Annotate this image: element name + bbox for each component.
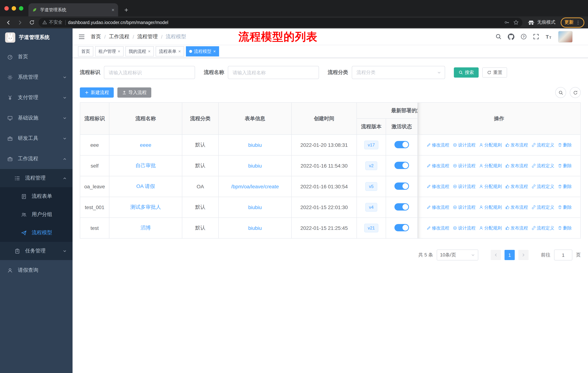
create-process-button[interactable]: 新建流程 — [80, 87, 114, 98]
toggle-search-button[interactable] — [555, 87, 566, 98]
maximize-window-button[interactable] — [19, 6, 23, 10]
import-process-button[interactable]: 导入流程 — [117, 87, 151, 98]
op-assign-rule-link[interactable]: 分配规则 — [479, 163, 502, 169]
sidebar-item-user-groups[interactable]: 用户分组 — [0, 205, 73, 224]
header-search-button[interactable] — [495, 33, 502, 40]
active-toggle[interactable] — [394, 224, 409, 231]
tag-my-processes[interactable]: 我的流程 × — [126, 46, 154, 56]
sidebar-item-leave-query[interactable]: 请假查询 — [0, 260, 73, 281]
sidebar-item-workflow[interactable]: 工作流程 — [0, 149, 73, 169]
browser-menu-icon[interactable]: ⋮ — [576, 20, 580, 25]
process-name-link[interactable]: OA 请假 — [136, 183, 155, 189]
browser-update-button[interactable]: 更新 ⋮ — [560, 17, 584, 28]
op-design-link[interactable]: 设计流程 — [452, 204, 475, 210]
op-definition-link[interactable]: 流程定义 — [531, 183, 554, 190]
tag-process-forms[interactable]: 流程表单 × — [156, 46, 184, 56]
op-edit-link[interactable]: 修改流程 — [426, 163, 449, 169]
op-edit-link[interactable]: 修改流程 — [426, 204, 449, 210]
page-size-select[interactable]: 10条/页 — [437, 250, 478, 261]
breadcrumb-workflow[interactable]: 工作流程 — [109, 33, 129, 40]
op-definition-link[interactable]: 流程定义 — [531, 163, 554, 169]
op-publish-link[interactable]: 发布流程 — [505, 204, 528, 210]
op-definition-link[interactable]: 流程定义 — [531, 225, 554, 231]
form-info-link[interactable]: biubiu — [248, 142, 262, 148]
op-design-link[interactable]: 设计流程 — [452, 183, 475, 190]
minimize-window-button[interactable] — [12, 6, 16, 10]
user-avatar[interactable] — [558, 31, 573, 42]
op-publish-link[interactable]: 发布流程 — [505, 225, 528, 231]
op-publish-link[interactable]: 发布流程 — [505, 183, 528, 190]
active-toggle[interactable] — [394, 182, 409, 190]
page-number-button[interactable]: 1 — [504, 250, 515, 260]
form-info-link[interactable]: biubiu — [248, 225, 262, 231]
sidebar-item-payment[interactable]: 支付管理 — [0, 87, 73, 108]
op-delete-link[interactable]: 删除 — [557, 225, 572, 231]
op-design-link[interactable]: 设计流程 — [452, 142, 475, 148]
sidebar-item-task-management[interactable]: 任务管理 — [0, 242, 73, 260]
sidebar-item-devtools[interactable]: 研发工具 — [0, 128, 73, 149]
close-icon[interactable]: × — [213, 49, 216, 54]
version-badge[interactable]: v17 — [364, 141, 378, 149]
close-icon[interactable]: × — [118, 49, 120, 54]
close-icon[interactable]: × — [148, 49, 151, 54]
process-category-select[interactable]: 流程分类 — [352, 66, 445, 79]
sidebar-item-process-management[interactable]: 流程管理 — [0, 169, 73, 187]
op-assign-rule-link[interactable]: 分配规则 — [479, 204, 502, 210]
op-assign-rule-link[interactable]: 分配规则 — [479, 225, 502, 231]
sidebar-item-process-models[interactable]: 流程模型 — [0, 224, 73, 242]
form-info-link[interactable]: biubiu — [248, 204, 262, 210]
url-text[interactable]: dashboard.yudao.iocoder.cn/bpm/manager/m… — [68, 20, 501, 25]
github-icon[interactable] — [508, 33, 514, 40]
forward-button[interactable] — [15, 18, 25, 27]
sidebar-toggle-button[interactable] — [78, 34, 85, 40]
window-controls[interactable] — [0, 0, 28, 16]
process-name-link[interactable]: eeee — [140, 142, 151, 148]
process-name-link[interactable]: 测试多审批人 — [130, 204, 161, 210]
address-bar[interactable]: 不安全 dashboard.yudao.iocoder.cn/bpm/manag… — [39, 18, 522, 27]
form-info-link[interactable]: /bpm/oa/leave/create — [231, 184, 279, 189]
back-button[interactable] — [4, 18, 13, 27]
form-info-link[interactable]: biubiu — [248, 163, 262, 169]
op-definition-link[interactable]: 流程定义 — [531, 204, 554, 210]
tab-close-icon[interactable]: × — [112, 7, 115, 12]
new-tab-button[interactable] — [121, 5, 131, 15]
breadcrumb-home[interactable]: 首页 — [91, 33, 101, 40]
version-badge[interactable]: v5 — [365, 182, 377, 191]
op-delete-link[interactable]: 删除 — [557, 204, 572, 210]
tag-process-models[interactable]: 流程模型 × — [186, 46, 219, 56]
close-window-button[interactable] — [4, 6, 9, 10]
reset-button[interactable]: 重置 — [482, 67, 507, 78]
process-name-input[interactable] — [228, 66, 319, 79]
fullscreen-icon[interactable] — [533, 33, 539, 40]
op-edit-link[interactable]: 修改流程 — [426, 142, 449, 148]
reload-button[interactable] — [27, 18, 36, 27]
op-delete-link[interactable]: 删除 — [557, 163, 572, 169]
app-logo[interactable]: 芋道管理系统 — [0, 28, 73, 47]
op-delete-link[interactable]: 删除 — [557, 142, 572, 148]
op-publish-link[interactable]: 发布流程 — [505, 142, 528, 148]
sidebar-item-system[interactable]: 系统管理 — [0, 67, 73, 87]
op-publish-link[interactable]: 发布流程 — [505, 163, 528, 169]
bookmark-star-icon[interactable] — [513, 20, 519, 25]
op-delete-link[interactable]: 删除 — [557, 183, 572, 190]
sidebar-item-home[interactable]: 首页 — [0, 47, 73, 67]
sidebar-item-infrastructure[interactable]: 基础设施 — [0, 108, 73, 128]
next-page-button[interactable] — [518, 250, 529, 260]
op-edit-link[interactable]: 修改流程 — [426, 225, 449, 231]
op-design-link[interactable]: 设计流程 — [452, 163, 475, 169]
tag-tenant-management[interactable]: 租户管理 × — [95, 46, 124, 56]
refresh-table-button[interactable] — [570, 87, 581, 98]
active-toggle[interactable] — [394, 141, 409, 148]
process-name-link[interactable]: 滔博 — [141, 225, 151, 231]
password-key-icon[interactable] — [504, 20, 509, 25]
version-badge[interactable]: v21 — [364, 224, 378, 232]
browser-tab[interactable]: 芋道管理系统 × — [28, 3, 118, 16]
sidebar-item-process-forms[interactable]: 流程表单 — [0, 187, 73, 205]
active-toggle[interactable] — [394, 203, 409, 210]
active-toggle[interactable] — [394, 161, 409, 169]
version-badge[interactable]: v4 — [365, 203, 377, 212]
op-assign-rule-link[interactable]: 分配规则 — [479, 183, 502, 190]
process-name-link[interactable]: 自己审批 — [136, 162, 156, 168]
op-edit-link[interactable]: 修改流程 — [426, 183, 449, 190]
tag-home[interactable]: 首页 — [78, 46, 93, 56]
